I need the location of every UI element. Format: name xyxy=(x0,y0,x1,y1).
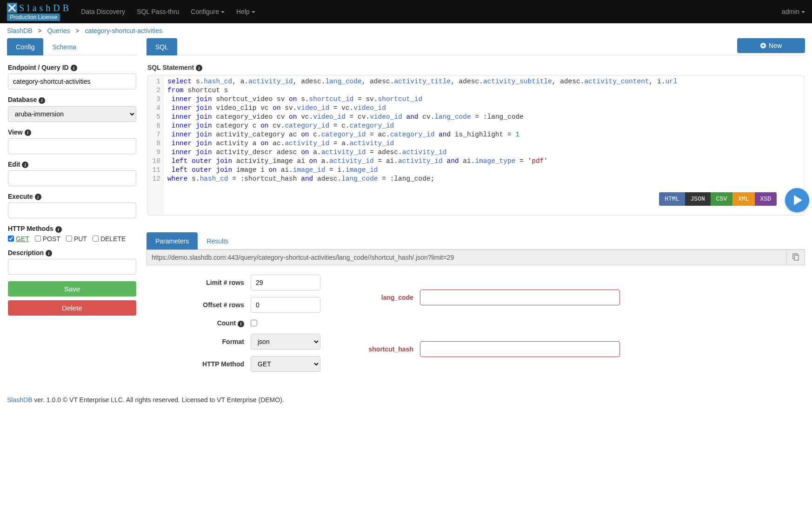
footer-brand[interactable]: SlashDB xyxy=(7,396,32,404)
info-icon[interactable]: i xyxy=(46,250,52,256)
label-database: Database i xyxy=(8,96,136,103)
fmt-html[interactable]: HTML xyxy=(659,192,685,206)
nav-sql-passthru[interactable]: SQL Pass-thru xyxy=(137,8,179,15)
label-edit: Edit i xyxy=(8,161,136,168)
tab-results[interactable]: Results xyxy=(198,232,237,250)
new-button[interactable]: New xyxy=(737,38,805,53)
http-methods: GET POST PUT DELETE xyxy=(8,235,136,243)
brand-name: SlashDB xyxy=(19,3,72,13)
chevron-down-icon xyxy=(221,11,225,13)
delete-button[interactable]: Delete xyxy=(8,300,136,316)
method-put-checkbox[interactable] xyxy=(66,236,72,242)
info-icon[interactable]: i xyxy=(22,162,28,168)
info-icon[interactable]: i xyxy=(196,65,202,71)
breadcrumb-root[interactable]: SlashDB xyxy=(7,27,32,34)
tab-sql[interactable]: SQL xyxy=(146,38,177,55)
fmt-json[interactable]: JSON xyxy=(685,192,711,206)
lang-code-input[interactable] xyxy=(420,290,620,305)
tab-parameters[interactable]: Parameters xyxy=(146,232,198,250)
fmt-xsd[interactable]: XSD xyxy=(755,192,777,206)
method-post-label: POST xyxy=(43,235,60,243)
logo-icon xyxy=(7,3,17,13)
breadcrumb-sep: > xyxy=(38,27,41,34)
execute-button[interactable] xyxy=(785,188,809,212)
format-bar: HTML JSON CSV XML XSD xyxy=(659,192,777,206)
label-count: Count i xyxy=(165,319,244,327)
breadcrumb-sep: > xyxy=(75,27,79,34)
tab-schema[interactable]: Schema xyxy=(43,38,85,55)
execute-input[interactable] xyxy=(8,202,136,218)
label-execute: Execute i xyxy=(8,193,136,200)
sidebar: Config Schema Endpoint / Query ID i Data… xyxy=(7,38,137,381)
plus-icon xyxy=(760,43,766,48)
fmt-csv[interactable]: CSV xyxy=(711,192,732,206)
line-gutter: 123456789101112 xyxy=(148,75,164,215)
tab-config[interactable]: Config xyxy=(7,38,43,55)
copy-icon xyxy=(792,253,799,261)
sidebar-tabs: Config Schema xyxy=(7,38,137,55)
nav-help[interactable]: Help xyxy=(236,8,255,15)
fmt-xml[interactable]: XML xyxy=(732,192,754,206)
method-delete-checkbox[interactable] xyxy=(93,236,99,242)
nav-links: Data Discovery SQL Pass-thru Configure H… xyxy=(81,8,782,15)
navbar: SlashDB Production License Data Discover… xyxy=(0,0,812,23)
info-icon[interactable]: i xyxy=(25,129,31,136)
description-input[interactable] xyxy=(8,259,136,275)
info-icon[interactable]: i xyxy=(55,226,62,233)
sql-statement-label: SQL Statement i xyxy=(147,64,804,71)
svg-rect-3 xyxy=(794,255,799,260)
label-shortcut-hash: shortcut_hash xyxy=(348,345,413,353)
info-icon[interactable]: i xyxy=(35,194,41,200)
breadcrumb-section[interactable]: Queries xyxy=(47,27,70,34)
chevron-down-icon xyxy=(252,11,255,13)
label-http-methods: HTTP Methods i xyxy=(8,225,136,232)
nav-data-discovery[interactable]: Data Discovery xyxy=(81,8,125,15)
breadcrumb: SlashDB > Queries > category-shortcut-ac… xyxy=(0,23,812,38)
endpoint-input[interactable] xyxy=(8,74,136,89)
info-icon[interactable]: i xyxy=(238,321,244,327)
method-delete-label: DELETE xyxy=(100,235,126,243)
label-format: Format xyxy=(165,338,244,345)
footer-text: ver. 1.0.0 © VT Enterprise LLC. All righ… xyxy=(32,396,284,404)
method-get-link[interactable]: GET xyxy=(16,235,29,243)
edit-input[interactable] xyxy=(8,170,136,186)
user-menu[interactable]: admin xyxy=(782,8,805,15)
breadcrumb-current[interactable]: category-shortcut-activities xyxy=(85,27,162,34)
label-lang-code: lang_code xyxy=(348,294,413,301)
info-icon[interactable]: i xyxy=(39,97,45,104)
label-limit: Limit # rows xyxy=(165,279,244,286)
method-get-checkbox[interactable] xyxy=(8,236,14,242)
url-display[interactable] xyxy=(146,250,787,265)
footer: SlashDB ver. 1.0.0 © VT Enterprise LLC. … xyxy=(0,391,812,409)
format-select[interactable]: json xyxy=(251,334,320,350)
chevron-down-icon xyxy=(801,11,805,13)
method-select[interactable]: GET xyxy=(251,356,320,372)
limit-input[interactable] xyxy=(251,275,320,290)
save-button[interactable]: Save xyxy=(8,281,136,297)
copy-url-button[interactable] xyxy=(787,250,805,265)
brand[interactable]: SlashDB Production License xyxy=(7,3,72,21)
database-select[interactable]: aruba-immersion xyxy=(8,106,136,122)
view-input[interactable] xyxy=(8,138,136,154)
label-method: HTTP Method xyxy=(165,360,244,368)
offset-input[interactable] xyxy=(251,297,320,313)
label-endpoint: Endpoint / Query ID i xyxy=(8,64,136,71)
info-icon[interactable]: i xyxy=(71,65,77,71)
label-view: View i xyxy=(8,128,136,136)
method-post-checkbox[interactable] xyxy=(35,236,41,242)
nav-configure[interactable]: Configure xyxy=(191,8,225,15)
count-checkbox[interactable] xyxy=(251,320,257,326)
sql-editor[interactable]: 123456789101112 select s.hash_cd, a.acti… xyxy=(147,75,804,216)
label-offset: Offset # rows xyxy=(165,301,244,309)
content: SQL New SQL Statement i 123456789101112 … xyxy=(146,38,805,381)
label-description: Description i xyxy=(8,249,136,256)
license-badge: Production License xyxy=(7,13,60,21)
method-put-label: PUT xyxy=(74,235,87,243)
shortcut-hash-input[interactable] xyxy=(420,341,620,357)
